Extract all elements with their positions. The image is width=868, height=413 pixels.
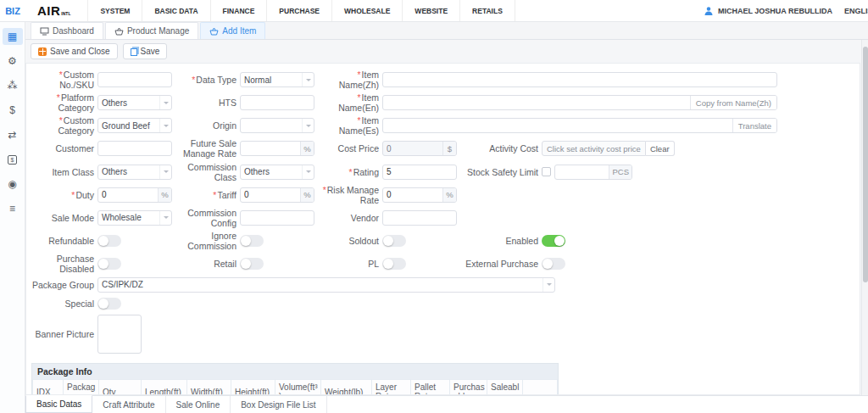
save-label: Save — [141, 47, 160, 56]
nav-item-purchase[interactable]: PURCHASE — [266, 0, 331, 21]
sitemap-icon[interactable]: ⁂ — [3, 77, 23, 94]
refundable-label: Refundable — [31, 236, 94, 246]
sale-mode-value: Wholesale — [102, 213, 142, 222]
package-info-table: IDX Package Qty Length(ft) Width(ft) Hei… — [32, 379, 558, 395]
cost-price-label: Cost Price — [318, 143, 379, 153]
external-purchase-toggle[interactable] — [542, 258, 565, 270]
soldout-toggle[interactable] — [382, 235, 406, 247]
commission-config-label: Commission Config — [175, 208, 236, 228]
tab-label: Add Item — [222, 26, 256, 36]
tab-box-design-file-list[interactable]: Box Design File List — [231, 396, 326, 413]
tariff-group: % — [240, 187, 314, 203]
banknote-icon[interactable]: $ — [3, 151, 23, 168]
vendor-input[interactable] — [382, 210, 457, 226]
purchase-disabled-toggle[interactable] — [97, 258, 121, 270]
hts-input[interactable] — [240, 95, 314, 110]
clear-activity-cost-button[interactable]: Clear — [646, 141, 675, 156]
save-and-close-label: Save and Close — [50, 47, 110, 56]
tariff-input[interactable] — [241, 188, 300, 202]
data-type-value: Normal — [244, 75, 271, 85]
item-name-en-label: Item Name(En) — [318, 92, 379, 113]
platform-category-select[interactable]: Others — [97, 95, 172, 110]
pl-label: PL — [318, 259, 379, 269]
copy-pages-icon — [131, 48, 137, 56]
retail-toggle[interactable] — [240, 258, 264, 270]
item-name-es-input[interactable] — [383, 119, 732, 132]
item-class-select[interactable]: Others — [97, 165, 172, 180]
custom-sku-input[interactable] — [97, 72, 172, 87]
stock-safety-limit-checkbox[interactable] — [542, 167, 551, 176]
package-group-label: Package Group — [31, 280, 94, 290]
ignore-commission-toggle[interactable] — [240, 235, 264, 247]
scrollbar-thumb[interactable] — [863, 47, 868, 282]
tab-label: Dashboard — [53, 26, 94, 36]
basket-icon — [114, 27, 124, 36]
origin-select[interactable] — [240, 118, 314, 133]
item-class-label: Item Class — [31, 167, 94, 177]
stock-safety-limit-group: PCS — [542, 165, 851, 180]
stock-safety-limit-field: PCS — [554, 165, 632, 180]
menu-icon[interactable]: ≡ — [3, 200, 23, 217]
page-tab-bar: Dashboard Product Manage Add Item — [25, 22, 868, 40]
tab-label: Basic Datas — [36, 399, 81, 409]
globe-icon[interactable]: ◉ — [3, 176, 23, 193]
tab-sale-online[interactable]: Sale Online — [166, 396, 231, 413]
sidebar: ▦ ⚙ ⁂ $ ⇄ $ ◉ ≡ — [0, 22, 25, 413]
banner-picture-upload[interactable] — [97, 315, 142, 354]
data-type-select[interactable]: Normal — [240, 72, 314, 87]
col-saleable: Saleable — [487, 380, 523, 395]
user-menu[interactable]: MICHAEL JOSHUA REBULLIDA ENGLISH — [704, 0, 868, 21]
package-group-select[interactable]: CS/IPK/DZ — [97, 277, 555, 293]
col-qty: Qty — [99, 380, 142, 395]
tab-basic-datas[interactable]: Basic Datas — [25, 395, 92, 413]
rating-input[interactable] — [382, 165, 457, 180]
pl-toggle[interactable] — [382, 258, 406, 270]
col-purchasable: Purchasable — [450, 380, 487, 395]
future-rate-input[interactable] — [241, 142, 300, 155]
save-button[interactable]: Save — [123, 43, 168, 59]
sale-mode-label: Sale Mode — [31, 213, 94, 223]
exchange-icon[interactable]: ⇄ — [3, 126, 23, 143]
enabled-toggle[interactable] — [542, 235, 565, 247]
save-and-close-button[interactable]: Save and Close — [31, 43, 118, 59]
nav-item-system[interactable]: SYSTEM — [87, 0, 142, 21]
col-pallet-rate: Pallet Rate — [411, 380, 450, 395]
biz-logo: BIZ — [0, 0, 25, 21]
special-label: Special — [31, 299, 94, 309]
refundable-toggle[interactable] — [97, 235, 121, 247]
chevron-down-icon — [159, 96, 171, 109]
duty-input[interactable] — [98, 188, 158, 202]
sale-mode-select[interactable]: Wholesale — [97, 210, 172, 226]
vertical-scrollbar[interactable] — [861, 40, 868, 413]
customer-label: Customer — [31, 143, 94, 153]
rating-label: Rating — [318, 167, 379, 177]
tab-product-manage[interactable]: Product Manage — [105, 22, 198, 39]
nav-item-website[interactable]: WEBSITE — [402, 0, 459, 21]
gear-icon[interactable]: ⚙ — [3, 53, 23, 70]
commission-class-select[interactable]: Others — [240, 165, 314, 180]
item-name-en-input[interactable] — [383, 96, 690, 109]
dashboard-grid-icon[interactable]: ▦ — [3, 28, 23, 45]
nav-item-retails[interactable]: RETAILS — [459, 0, 515, 21]
brand-sub: INTL — [61, 11, 70, 16]
customer-input[interactable] — [97, 141, 172, 156]
custom-category-select[interactable]: Ground Beef — [97, 118, 172, 133]
language-selector[interactable]: ENGLISH — [844, 7, 868, 15]
commission-config-input[interactable] — [240, 210, 314, 226]
special-toggle[interactable] — [97, 298, 121, 310]
nav-item-basic-data[interactable]: BASIC DATA — [142, 0, 209, 21]
nav-item-wholesale[interactable]: WHOLESALE — [331, 0, 402, 21]
copy-from-zh-button[interactable]: Copy from Name(Zh) — [690, 96, 776, 109]
item-name-zh-input[interactable] — [382, 72, 777, 87]
tab-add-item[interactable]: Add Item — [200, 22, 265, 39]
risk-manage-rate-input[interactable] — [383, 188, 442, 202]
stock-safety-limit-input[interactable] — [555, 165, 609, 179]
translate-button[interactable]: Translate — [732, 119, 776, 132]
nav-item-finance[interactable]: FINANCE — [210, 0, 267, 21]
dollar-icon[interactable]: $ — [3, 102, 23, 119]
percent-suffix: % — [158, 188, 171, 202]
col-empty — [523, 380, 558, 395]
set-activity-cost-button[interactable]: Click set activity cost price — [542, 141, 646, 156]
tab-craft-attribute[interactable]: Craft Attribute — [92, 396, 165, 413]
tab-dashboard[interactable]: Dashboard — [31, 22, 103, 39]
